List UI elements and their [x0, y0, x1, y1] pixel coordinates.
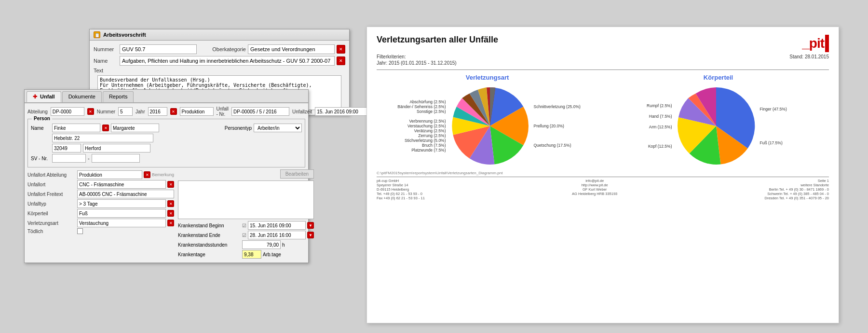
verletzungsart-btn[interactable]: ✕ — [167, 220, 174, 226]
footer-dresden: Dresden Tel. + 49 (0) 351 - 4079 05 - 20 — [765, 196, 829, 200]
label-arm: Arm (12.5%) — [634, 125, 672, 129]
ks-ende-btn[interactable]: ▼ — [307, 232, 314, 238]
bemerkung-label-inline: Bemerkung — [152, 172, 174, 177]
koerperteil-input[interactable] — [77, 209, 166, 218]
unfallort-abt-label: Unfallort Abteilung — [27, 172, 76, 178]
tab-reports-label: Reports — [109, 94, 128, 99]
unfallort-abt-input[interactable] — [77, 170, 142, 179]
unfallzeit-label: Unfallzeit — [292, 109, 312, 114]
footer-addr2: D-69115 Heidelberg — [377, 187, 425, 192]
num-input[interactable] — [118, 107, 133, 116]
oberkategorie-btn[interactable]: ✕ — [337, 45, 345, 54]
krankentage-label: Krankentage — [178, 252, 241, 257]
label-quetschung-right: Quetschung (17.5%) — [534, 143, 587, 148]
footer-left: pit-cup GmbH Speyerer Straße 14 D-69115 … — [377, 179, 425, 200]
krankentage-unit: Arb.tage — [263, 252, 281, 257]
footer-web: http://www.pit.de — [572, 183, 617, 187]
ks-beginn-input[interactable] — [248, 221, 306, 230]
footer-center: info@pit.de http://www.pit.de GF Kurt We… — [572, 179, 617, 200]
bemerkung-textarea[interactable] — [178, 180, 314, 219]
page-label: Seite — [818, 179, 826, 183]
krankentage-input[interactable] — [242, 250, 261, 259]
text-label: Text — [94, 68, 118, 73]
stand-date: 28.01.2015 — [805, 54, 829, 59]
footer-schwerin: Schwerin Tel. + 49 (0) 385 - 485 04 - 0 — [765, 192, 829, 196]
label-verbrennung: Verbrennung (2.5%) — [388, 119, 446, 124]
verletzungsart-label: Verletzungsart — [27, 221, 76, 226]
unfallort-field-btn[interactable]: ✕ — [167, 181, 174, 188]
koerperteil-label: Körperteil — [27, 211, 76, 216]
unfallzeit-input[interactable] — [315, 107, 370, 116]
label-bruch: Bruch (7.5%) — [388, 143, 446, 148]
svnr-label: SV - Nr. — [31, 156, 50, 161]
label-schnitt-right: Schnittverletzung (25.0%) — [534, 104, 587, 109]
svnr-input1[interactable] — [52, 154, 86, 163]
svnr-input2[interactable] — [92, 154, 140, 163]
footer-seite: Seite 1 — [765, 179, 829, 183]
footer-berlin: Berlin Tel. + 49 (0) 30 - 8471 1869 - 0 — [765, 187, 829, 192]
footer-weitere: weitere Standorte — [765, 183, 829, 187]
jahr-btn[interactable]: ✕ — [170, 108, 177, 115]
footer-addr1: Speyerer Straße 14 — [377, 183, 425, 187]
toedlich-checkbox[interactable] — [77, 228, 83, 234]
unfalltyp-btn[interactable]: ✕ — [167, 200, 174, 207]
chart2-title: Körperteil — [608, 74, 829, 81]
abt-btn[interactable]: ✕ — [87, 108, 94, 115]
unfallort-abt-btn[interactable]: ✕ — [144, 171, 150, 178]
tab-reports[interactable]: Reports — [103, 91, 134, 102]
unfallort-freitext-label: Unfallort Freitext — [27, 192, 76, 197]
label-bander: Bänder-/ Sehenriss (2.5%) — [388, 104, 446, 109]
jahr-input[interactable] — [148, 107, 167, 116]
name-input[interactable] — [120, 56, 335, 66]
unfallnr-input[interactable] — [231, 107, 289, 116]
ks-ende-input[interactable] — [248, 231, 306, 239]
unfallort-freitext-input[interactable] — [77, 190, 174, 198]
ks-beginn-btn[interactable]: ▼ — [307, 222, 314, 229]
bearbeiten-button[interactable]: Bearbeiten — [280, 169, 314, 179]
toedlich-label: Tödlich — [27, 229, 76, 234]
label-prellung-right: Prellung (20.0%) — [534, 124, 587, 128]
abt-input[interactable] — [51, 107, 84, 116]
oberkategorie-label: Oberkategorie — [212, 46, 246, 52]
footer-filepath: C:\pitFM2015system\reportsystem\Unfall\V… — [377, 171, 829, 175]
verletzungsart-input[interactable] — [77, 219, 166, 227]
name-btn[interactable]: ✕ — [337, 56, 345, 65]
chart1-svg — [449, 85, 531, 167]
tab-dokumente[interactable]: Dokumente — [62, 91, 102, 102]
label-kopf: Kopf (12.5%) — [634, 144, 672, 149]
footer-person: GF Kurt Weber — [572, 187, 617, 192]
ks-beginn-check: ☑ — [242, 223, 246, 228]
personentyp-select[interactable]: Arbeiter/in — [254, 124, 302, 132]
filter-year: Jahr: 2015 (01.01.2015 - 31.12.2015) — [377, 60, 457, 66]
ort-input[interactable] — [83, 144, 150, 153]
tab-dokumente-label: Dokumente — [68, 94, 95, 99]
plz-input[interactable] — [52, 144, 81, 153]
ks-ende-label: Krankenstand Ende — [178, 233, 241, 238]
tab-unfall[interactable]: ✚ Unfall — [27, 91, 61, 102]
label-stich: Stichverletzung (5.0%) — [388, 138, 446, 143]
lastname-input[interactable] — [52, 124, 100, 132]
pit-logo-bar — [825, 35, 829, 52]
label-zerrung: Zerrung (2.5%) — [388, 133, 446, 138]
unfallort-field-input[interactable] — [77, 180, 166, 189]
unfalltyp-label: Unfalltyp — [27, 201, 76, 207]
nummer-label: Nummer — [94, 46, 118, 52]
name-btn[interactable]: ✕ — [102, 125, 109, 131]
arbeitsvorschrift-title: Arbeitsvorschrift — [103, 32, 146, 38]
unfallnr-label: Unfall - Nr. — [217, 106, 229, 117]
koerperteil-btn[interactable]: ✕ — [167, 210, 174, 217]
name-label: Name — [94, 58, 118, 64]
nummer-input[interactable] — [120, 44, 197, 54]
address-input[interactable] — [52, 134, 153, 142]
firstname-input[interactable] — [111, 124, 159, 132]
ks-ende-check: ☑ — [242, 233, 246, 238]
stand-label: Stand: — [789, 54, 803, 59]
unfalltyp-input[interactable] — [77, 199, 166, 208]
window-icon: 📋 — [94, 31, 100, 38]
unfallort-input[interactable] — [180, 107, 214, 116]
label-sonstige: Sonstige (2.5%) — [388, 109, 446, 114]
abt-label: Abteilung — [27, 109, 48, 114]
report-panel: Verletzungsarten aller Unfälle _pit Filt… — [366, 27, 839, 323]
ks-stunden-input[interactable] — [242, 240, 281, 249]
oberkategorie-input[interactable] — [248, 44, 335, 54]
